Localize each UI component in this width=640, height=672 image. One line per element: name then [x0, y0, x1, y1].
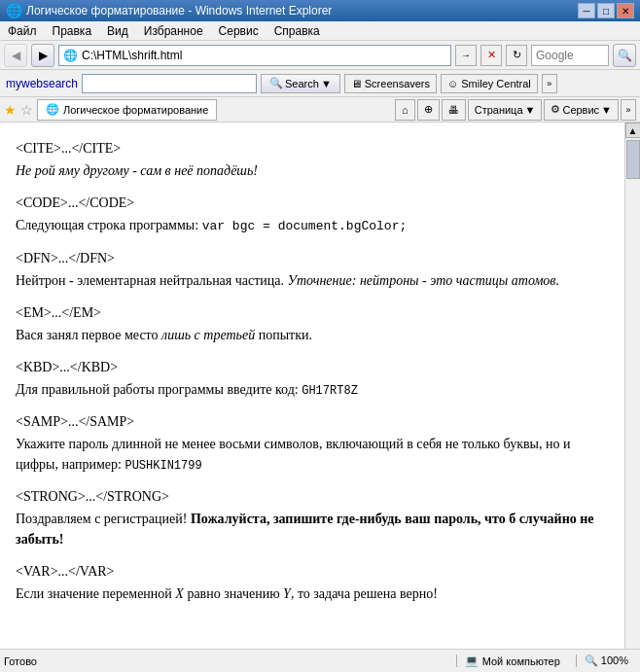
- menu-view[interactable]: Вид: [103, 22, 132, 40]
- cite-text: Не рой яму другому - сам в неё попадёшь!: [16, 163, 258, 178]
- search-button[interactable]: 🔍: [613, 44, 636, 67]
- status-bar: Готово 💻 Мой компьютер 🔍 100%: [0, 649, 640, 672]
- cite-tag: <CITE>...</CITE>: [16, 138, 609, 159]
- home-button[interactable]: ⌂: [395, 99, 415, 121]
- var-section: <VAR>...</VAR> Если значение переменной …: [16, 561, 609, 604]
- screensavers-button[interactable]: 🖥 Screensavers: [344, 74, 437, 93]
- bookmarks-expand[interactable]: »: [621, 99, 636, 121]
- gear-icon: ⚙: [551, 103, 560, 116]
- computer-icon: 💻: [465, 654, 479, 667]
- cite-section: <CITE>...</CITE> Не рой яму другому - са…: [16, 138, 609, 181]
- kbd-section: <KBD>...</KBD> Для правильной работы про…: [16, 357, 609, 400]
- samp-tag: <SAMP>...</SAMP>: [16, 411, 609, 432]
- em-tag: <EM>...</EM>: [16, 302, 609, 323]
- samp-section: <SAMP>...</SAMP> Укажите пароль длинной …: [16, 411, 609, 475]
- cite-paragraph: Не рой яму другому - сам в неё попадёшь!: [16, 160, 609, 181]
- smiley-button[interactable]: ☺ Smiley Central: [441, 74, 538, 93]
- code-paragraph: Следующая строка программы: var bgc = do…: [16, 215, 609, 236]
- menu-help[interactable]: Справка: [270, 22, 324, 40]
- window-title: Логическое форматирование - Windows Inte…: [26, 4, 578, 18]
- minimize-button[interactable]: ─: [578, 3, 595, 18]
- stop-button[interactable]: ✕: [480, 45, 502, 66]
- search-label: Search: [285, 78, 319, 89]
- search-bar-expand[interactable]: »: [542, 74, 557, 93]
- samp-paragraph: Укажите пароль длинной не менее восьми с…: [16, 434, 609, 475]
- tools-menu-arrow: ▼: [601, 104, 612, 116]
- em-paragraph: Вася занял первое место лишь с третьей п…: [16, 325, 609, 345]
- kbd-text-before: Для правильной работы программы введите …: [16, 382, 302, 397]
- search-dropdown-icon: ▼: [321, 78, 332, 89]
- screensavers-label: Screensavers: [365, 78, 430, 89]
- print-button[interactable]: 🖶: [442, 99, 466, 121]
- title-bar: 🌐 Логическое форматирование - Windows In…: [0, 0, 640, 21]
- var-y: Y: [283, 586, 291, 601]
- samp-text: PUSHKIN1799: [124, 459, 201, 473]
- tools-menu-label: Сервис: [562, 104, 599, 116]
- smiley-icon: ☺: [447, 78, 458, 89]
- menu-bar: Файл Правка Вид Избранное Сервис Справка: [0, 21, 640, 41]
- mywebsearch-label: mywebsearch: [6, 77, 78, 90]
- scroll-up[interactable]: ▲: [625, 123, 641, 138]
- close-button[interactable]: ✕: [617, 3, 634, 18]
- tools-menu[interactable]: ⚙ Сервис ▼: [544, 99, 619, 121]
- page-tab-title: Логическое форматирование: [63, 104, 208, 116]
- address-bar: 🌐 C:\HTML\shrift.html: [58, 45, 451, 66]
- dfn-section: <DFN>...</DFN> Нейтрон - элементарная не…: [16, 248, 609, 291]
- strong-section: <STRONG>...</STRONG> Поздравляем с регис…: [16, 486, 609, 549]
- code-text-before: Следующая строка программы:: [16, 218, 202, 232]
- screensavers-icon: 🖥: [351, 78, 362, 89]
- var-paragraph: Если значение переменной X равно значени…: [16, 584, 609, 604]
- var-text-before: Если значение переменной: [16, 586, 175, 601]
- ie-icon: 🌐: [6, 3, 22, 18]
- google-search-input[interactable]: [531, 45, 609, 66]
- kbd-text: GH17RT8Z: [302, 384, 358, 398]
- menu-file[interactable]: Файл: [4, 22, 41, 40]
- search-button[interactable]: 🔍 Search ▼: [261, 74, 340, 93]
- page-icon: 🌐: [46, 103, 59, 116]
- add-favorite[interactable]: ☆: [20, 102, 33, 118]
- computer-label: Мой компьютер: [482, 655, 560, 667]
- page-tab[interactable]: 🌐 Логическое форматирование: [37, 99, 217, 121]
- maximize-button[interactable]: □: [597, 3, 615, 18]
- address-icon: 🌐: [63, 49, 78, 62]
- var-tag: <VAR>...</VAR>: [16, 561, 609, 582]
- main-content: <CITE>...</CITE> Не рой яму другому - са…: [0, 123, 624, 649]
- mywebsearch-input[interactable]: [82, 74, 257, 93]
- em-text-before: Вася занял первое место: [16, 328, 161, 342]
- strong-tag: <STRONG>...</STRONG>: [16, 486, 609, 507]
- menu-favorites[interactable]: Избранное: [140, 22, 207, 40]
- code-tag: <CODE>...</CODE>: [16, 193, 609, 213]
- code-section: <CODE>...</CODE> Следующая строка програ…: [16, 193, 609, 236]
- scrollbar: ▲: [624, 123, 640, 649]
- forward-button[interactable]: ▶: [31, 44, 54, 67]
- dfn-text-before: Нейтрон - элементарная нейтральная части…: [16, 273, 288, 288]
- favorite-star[interactable]: ★: [4, 102, 17, 118]
- status-ready: Готово: [4, 655, 448, 667]
- page-menu[interactable]: Страница ▼: [468, 99, 543, 121]
- search-bar: mywebsearch 🔍 Search ▼ 🖥 Screensavers ☺ …: [0, 70, 640, 97]
- em-text: лишь с третьей: [161, 328, 255, 342]
- zoom-label: 100%: [601, 654, 628, 666]
- back-button[interactable]: ◀: [4, 44, 27, 67]
- smiley-label: Smiley Central: [461, 78, 531, 89]
- menu-edit[interactable]: Правка: [49, 22, 96, 40]
- em-text-after: попытки.: [255, 328, 312, 342]
- dfn-tag: <DFN>...</DFN>: [16, 248, 609, 268]
- status-zoom: 🔍 100%: [576, 654, 636, 667]
- scroll-thumb[interactable]: [626, 140, 640, 179]
- dfn-paragraph: Нейтрон - элементарная нейтральная части…: [16, 270, 609, 291]
- samp-text-before: Укажите пароль длинной не менее восьми с…: [16, 437, 571, 472]
- kbd-tag: <KBD>...</KBD>: [16, 357, 609, 377]
- address-text: C:\HTML\shrift.html: [82, 49, 182, 62]
- em-section: <EM>...</EM> Вася занял первое место лиш…: [16, 302, 609, 345]
- page-menu-label: Страница: [475, 104, 523, 116]
- status-computer: 💻 Мой компьютер: [456, 654, 568, 667]
- go-button[interactable]: →: [455, 45, 477, 66]
- bookmarks-bar: ★ ☆ 🌐 Логическое форматирование ⌂ ⊕ 🖶 Ст…: [0, 97, 640, 123]
- strong-paragraph: Поздравляем с регистрацией! Пожалуйста, …: [16, 509, 609, 549]
- menu-tools[interactable]: Сервис: [215, 22, 263, 40]
- nav-bar: ◀ ▶ 🌐 C:\HTML\shrift.html → ✕ ↻ 🔍: [0, 41, 640, 70]
- strong-text-before: Поздравляем с регистрацией!: [16, 512, 191, 526]
- refresh-button[interactable]: ↻: [506, 45, 527, 66]
- feed-button[interactable]: ⊕: [417, 99, 440, 121]
